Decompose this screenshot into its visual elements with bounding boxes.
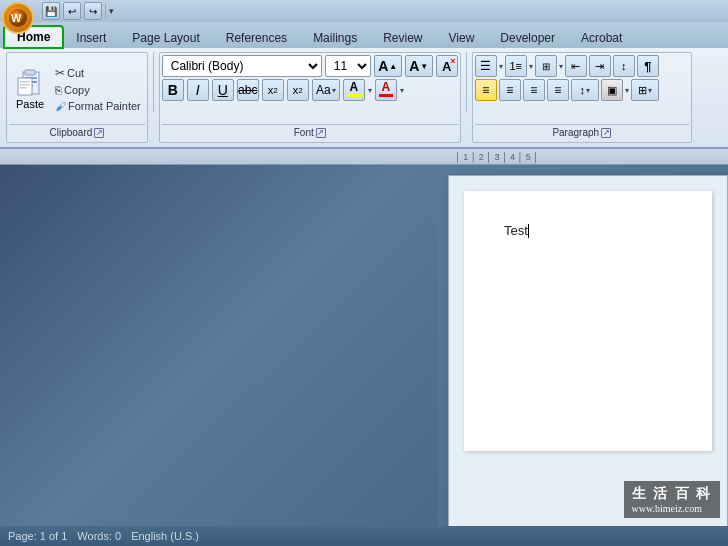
change-case-button[interactable]: Aa▾	[312, 79, 340, 101]
superscript-button[interactable]: x2	[287, 79, 309, 101]
save-button[interactable]: 💾	[42, 2, 60, 20]
align-right-button[interactable]: ≡	[523, 79, 545, 101]
sep1	[153, 52, 154, 112]
bold-button[interactable]: B	[162, 79, 184, 101]
language-info: English (U.S.)	[131, 530, 199, 542]
font-color-dropdown[interactable]: ▾	[400, 86, 404, 95]
highlight-dropdown[interactable]: ▾	[368, 86, 372, 95]
svg-rect-7	[18, 78, 32, 95]
numbering-button[interactable]: 1≡	[505, 55, 527, 77]
copy-button[interactable]: ⎘ Copy	[53, 83, 143, 97]
text-highlight-button[interactable]: A	[343, 79, 365, 101]
document-area[interactable]: Test	[448, 175, 728, 527]
quick-access-toolbar: 💾 ↩ ↪ ▾	[42, 0, 114, 22]
paste-icon	[15, 68, 45, 98]
watermark-chinese: 生 活 百 科	[632, 485, 713, 503]
tab-insert[interactable]: Insert	[63, 26, 119, 48]
font-row1: Calibri (Body) 11 A▲ A▼ A×	[162, 55, 458, 77]
tab-view[interactable]: View	[436, 26, 488, 48]
ribbon: Home Insert Page Layout References Maili…	[0, 22, 728, 149]
redo-button[interactable]: ↪	[84, 2, 102, 20]
para-row1: ☰ ▾ 1≡ ▾ ⊞ ▾ ⇤ ⇥ ↕ ¶	[475, 55, 689, 77]
highlight-color-bar	[347, 94, 361, 97]
tab-bar: Home Insert Page Layout References Maili…	[0, 22, 728, 48]
ruler: │ 1 │ 2 │ 3 │ 4 │ 5 │	[0, 149, 728, 165]
text-cursor	[528, 224, 529, 238]
tab-review[interactable]: Review	[370, 26, 435, 48]
clipboard-expand[interactable]: ↗	[94, 128, 104, 138]
tab-references[interactable]: References	[213, 26, 300, 48]
underline-button[interactable]: U	[212, 79, 234, 101]
line-spacing-button[interactable]: ↕▾	[571, 79, 599, 101]
sep2	[466, 52, 467, 112]
svg-rect-9	[20, 84, 30, 86]
font-color-button[interactable]: A	[375, 79, 397, 101]
words-info: Words: 0	[77, 530, 121, 542]
bullets-dropdown[interactable]: ▾	[499, 62, 503, 71]
svg-text:W: W	[11, 12, 22, 24]
document-page[interactable]: Test	[464, 191, 712, 451]
tab-developer[interactable]: Developer	[487, 26, 568, 48]
tab-acrobat[interactable]: Acrobat	[568, 26, 635, 48]
borders-button[interactable]: ⊞▾	[631, 79, 659, 101]
increase-indent-button[interactable]: ⇥	[589, 55, 611, 77]
font-label: Font ↗	[162, 124, 458, 140]
svg-rect-10	[20, 87, 27, 89]
font-color-bar	[379, 94, 393, 97]
font-family-select[interactable]: Calibri (Body)	[162, 55, 322, 77]
title-bar: W 💾 ↩ ↪ ▾	[0, 0, 728, 22]
para-row2: ≡ ≡ ≡ ≡ ↕▾ ▣ ▾ ⊞▾	[475, 79, 689, 101]
cut-button[interactable]: ✂ Cut	[53, 65, 143, 81]
subscript-button[interactable]: x2	[262, 79, 284, 101]
italic-button[interactable]: I	[187, 79, 209, 101]
justify-button[interactable]: ≡	[547, 79, 569, 101]
shading-button[interactable]: ▣	[601, 79, 623, 101]
document-text: Test	[504, 223, 528, 238]
tab-mailings[interactable]: Mailings	[300, 26, 370, 48]
svg-rect-3	[25, 70, 35, 75]
show-marks-button[interactable]: ¶	[637, 55, 659, 77]
font-group: Calibri (Body) 11 A▲ A▼ A×	[159, 52, 461, 143]
paragraph-label: Paragraph ↗	[475, 124, 689, 140]
align-center-button[interactable]: ≡	[499, 79, 521, 101]
main-area: Test	[0, 165, 728, 527]
status-bar: Page: 1 of 1 Words: 0 English (U.S.)	[0, 526, 728, 546]
numbering-dropdown[interactable]: ▾	[529, 62, 533, 71]
clear-format-button[interactable]: A×	[436, 55, 458, 77]
align-left-button[interactable]: ≡	[475, 79, 497, 101]
undo-button[interactable]: ↩	[63, 2, 81, 20]
decrease-indent-button[interactable]: ⇤	[565, 55, 587, 77]
multilevel-dropdown[interactable]: ▾	[559, 62, 563, 71]
format-painter-button[interactable]: 🖌 Format Painter	[53, 99, 143, 113]
qa-separator	[105, 4, 106, 18]
left-panel	[0, 165, 438, 527]
paste-label: Paste	[16, 98, 44, 110]
multilevel-button[interactable]: ⊞	[535, 55, 557, 77]
watermark-url: www.bimeiz.com	[632, 503, 713, 514]
paragraph-expand[interactable]: ↗	[601, 128, 611, 138]
paragraph-group: ☰ ▾ 1≡ ▾ ⊞ ▾ ⇤ ⇥ ↕ ¶ ≡ ≡	[472, 52, 692, 143]
ribbon-content: Paste ✂ Cut ⎘ Copy 🖌	[0, 48, 728, 148]
bullets-button[interactable]: ☰	[475, 55, 497, 77]
font-row2: B I U abc x2 x2 Aa▾ A	[162, 79, 458, 101]
font-expand[interactable]: ↗	[316, 128, 326, 138]
clipboard-right: ✂ Cut ⎘ Copy 🖌 Format Painter	[51, 63, 145, 115]
grow-font-button[interactable]: A▲	[374, 55, 402, 77]
svg-rect-8	[20, 81, 30, 83]
paste-button[interactable]: Paste	[9, 64, 51, 114]
clipboard-group: Paste ✂ Cut ⎘ Copy 🖌	[6, 52, 148, 143]
font-size-select[interactable]: 11	[325, 55, 371, 77]
strikethrough-button[interactable]: abc	[237, 79, 259, 101]
qa-dropdown[interactable]: ▾	[109, 6, 114, 16]
office-button[interactable]: W	[2, 2, 34, 34]
sort-button[interactable]: ↕	[613, 55, 635, 77]
page-info: Page: 1 of 1	[8, 530, 67, 542]
watermark: 生 活 百 科 www.bimeiz.com	[624, 481, 721, 518]
clipboard-label: Clipboard ↗	[9, 124, 145, 140]
shading-dropdown[interactable]: ▾	[625, 86, 629, 95]
shrink-font-button[interactable]: A▼	[405, 55, 433, 77]
tab-page-layout[interactable]: Page Layout	[119, 26, 212, 48]
